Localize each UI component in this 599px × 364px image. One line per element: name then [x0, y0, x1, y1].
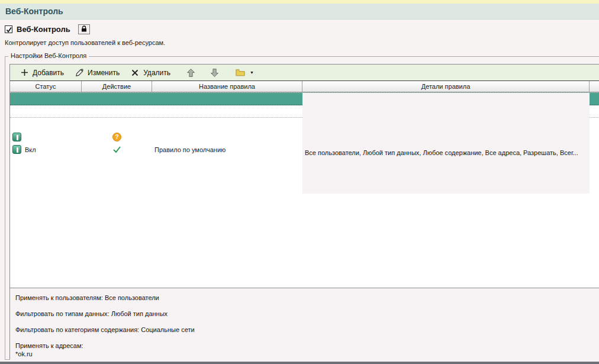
check-glyph — [5, 26, 13, 34]
module-enable-row: Веб-Контроль — [5, 24, 90, 34]
rule-details: Все пользователи, Любой тип данных, Любо… — [302, 105, 590, 194]
delete-button-label: Удалить — [143, 69, 170, 77]
add-button-label: Добавить — [33, 69, 64, 77]
column-header-rule-details[interactable]: Детали правила — [302, 81, 590, 92]
status-on-icon — [12, 145, 21, 154]
detail-addresses-value: *ok.ru — [15, 350, 599, 357]
status-on-icon — [12, 133, 21, 141]
settings-groupbox: Настройки Веб-Контроля Добавить — [5, 56, 599, 360]
rules-table-header: Статус Действие Название правила Детали … — [10, 81, 599, 92]
page-header: Веб-Контроль — [0, 4, 599, 20]
column-header-rule-name[interactable]: Название правила — [152, 81, 302, 92]
add-button[interactable]: Добавить — [16, 67, 67, 79]
web-control-checkbox[interactable] — [5, 25, 12, 33]
status-text: Вкл — [25, 146, 36, 153]
web-control-settings-page: Веб-Контроль Веб-Контроль Контролирует д… — [0, 0, 599, 364]
column-header-filler — [590, 81, 599, 92]
module-description: Контролирует доступ пользователей к веб-… — [5, 39, 165, 46]
folder-icon — [236, 68, 245, 78]
detail-content-categories: Фильтровать по категориям содержания: Со… — [15, 326, 599, 333]
lock-icon — [80, 25, 88, 33]
column-header-action[interactable]: Действие — [82, 81, 152, 92]
rule-details-pane: Применять к пользователям: Все пользоват… — [10, 288, 599, 364]
rule-name: Правило по умолчанию — [152, 105, 302, 194]
rules-toolbar: Добавить Изменить Удалить — [10, 65, 599, 81]
arrow-up-icon — [186, 68, 195, 78]
detail-users: Применять к пользователям: Все пользоват… — [15, 294, 599, 301]
move-up-button[interactable] — [182, 67, 199, 79]
dropdown-arrow-icon: ▼ — [250, 70, 254, 75]
groupbox-label: Настройки Веб-Контроля — [8, 52, 89, 59]
group-button[interactable]: ▼ — [232, 67, 257, 79]
table-row-rule-default[interactable]: Вкл Правило по умолчанию Все пользовател… — [10, 105, 599, 118]
table-row-rule-ok[interactable]: Вкл ? ok Все пользователи, Любой тип дан… — [10, 92, 599, 105]
move-down-button[interactable] — [206, 67, 223, 79]
plus-icon — [20, 68, 29, 78]
bottom-edge-bar — [0, 362, 599, 364]
pencil-icon — [75, 68, 84, 78]
rules-panel: Добавить Изменить Удалить — [9, 64, 599, 359]
detail-addresses-label: Применять к адресам: — [15, 342, 599, 349]
column-header-status[interactable]: Статус — [10, 81, 82, 92]
module-checkbox-label: Веб-Контроль — [17, 25, 70, 34]
lock-button[interactable] — [78, 24, 90, 34]
arrow-down-icon — [210, 68, 219, 78]
x-icon — [130, 68, 140, 78]
edit-button[interactable]: Изменить — [71, 67, 123, 79]
edit-button-label: Изменить — [88, 69, 120, 77]
detail-data-types: Фильтровать по типам данных: Любой тип д… — [15, 310, 599, 317]
allow-check-icon — [112, 146, 121, 153]
delete-button[interactable]: Удалить — [127, 67, 174, 79]
page-title: Веб-Контроль — [5, 7, 63, 16]
